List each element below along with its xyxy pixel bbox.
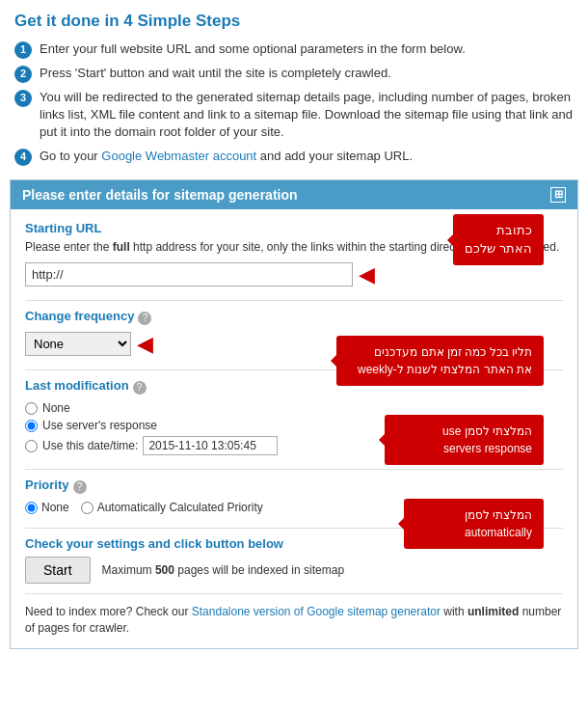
change-frequency-help-icon[interactable]: ? — [138, 312, 151, 325]
step-2: 2 Press 'Start' button and wait until th… — [14, 65, 574, 83]
priority-none-label: None — [41, 501, 69, 514]
form-body: Starting URL Please enter the full http … — [11, 209, 577, 648]
callout-auto: המלצתי לסמן automatically — [404, 499, 544, 549]
change-frequency-label-row: Change frequency ? — [25, 309, 563, 327]
priority-none-radio[interactable] — [25, 502, 38, 514]
google-webmaster-link[interactable]: Google Webmaster account — [101, 149, 256, 163]
last-mod-datetime-input[interactable] — [143, 436, 278, 455]
change-frequency-label: Change frequency — [25, 309, 134, 323]
step-3-text: You will be redirected to the generated … — [40, 89, 574, 142]
last-mod-server-radio[interactable] — [25, 420, 38, 432]
last-mod-help-icon[interactable]: ? — [133, 381, 147, 395]
starting-url-section: Starting URL Please enter the full http … — [25, 221, 563, 287]
priority-none-option: None — [25, 501, 69, 514]
step-2-text: Press 'Start' button and wait until the … — [40, 65, 391, 82]
form-container: Please enter details for sitemap generat… — [10, 179, 578, 649]
standalone-link[interactable]: Standalone version of Google sitemap gen… — [192, 605, 441, 618]
step-num-2: 2 — [14, 66, 32, 83]
priority-auto-label: Automatically Calculated Priority — [97, 501, 263, 514]
last-mod-none-label: None — [42, 401, 70, 415]
divider-1 — [25, 300, 563, 301]
priority-auto-option: Automatically Calculated Priority — [81, 501, 263, 514]
change-frequency-select-row: None Always Hourly Daily Weekly Monthly … — [25, 332, 563, 356]
last-mod-none-row: None — [25, 401, 563, 415]
step-1-text: Enter your full website URL and some opt… — [40, 41, 466, 58]
last-mod-server-label: Use server's response — [42, 419, 157, 432]
form-collapse-icon[interactable]: ⊞ — [550, 187, 566, 203]
start-button-row: Start Maximum 500 pages will be indexed … — [25, 557, 563, 584]
priority-label-row: Priority ? — [25, 477, 563, 496]
last-modification-label: Last modification — [25, 378, 129, 393]
step-num-1: 1 — [14, 41, 32, 59]
step-4: 4 Go to your Google Webmaster account an… — [14, 148, 574, 166]
last-mod-label-row: Last modification ? — [25, 378, 563, 396]
page-title: Get it done in 4 Simple Steps — [14, 12, 574, 31]
form-header-title: Please enter details for sitemap generat… — [22, 187, 298, 203]
last-mod-datetime-radio[interactable] — [25, 440, 38, 452]
step-3: 3 You will be redirected to the generate… — [14, 89, 574, 142]
priority-section: Priority ? None Automatically Calculated… — [25, 477, 563, 514]
last-mod-none-radio[interactable] — [25, 402, 38, 415]
divider-3 — [25, 469, 563, 470]
freq-arrow-icon: ◀ — [137, 334, 153, 355]
url-arrow-icon: ◀ — [359, 264, 375, 286]
step-1: 1 Enter your full website URL and some o… — [14, 41, 574, 59]
url-input[interactable] — [25, 262, 353, 286]
priority-label: Priority — [25, 477, 69, 492]
change-frequency-section: Change frequency ? None Always Hourly Da… — [25, 309, 563, 356]
last-mod-datetime-label: Use this date/time: — [42, 439, 138, 452]
last-modification-section: Last modification ? None Use server's re… — [25, 378, 563, 455]
callout-url: כתובת האתר שלכם — [453, 214, 544, 264]
intro-section: Get it done in 4 Simple Steps 1 Enter yo… — [0, 0, 588, 179]
priority-help-icon[interactable]: ? — [73, 480, 87, 494]
step-num-3: 3 — [14, 90, 32, 107]
step-4-text: Go to your Google Webmaster account and … — [40, 148, 413, 165]
max-pages-text: Maximum 500 pages will be indexed in sit… — [102, 563, 344, 577]
steps-list: 1 Enter your full website URL and some o… — [14, 41, 574, 166]
priority-auto-radio[interactable] — [81, 502, 94, 514]
change-frequency-select[interactable]: None Always Hourly Daily Weekly Monthly … — [25, 332, 131, 356]
callout-servers: המלצתי לסמן use servers response — [385, 415, 544, 465]
footer-text: Need to index more? Check our Standalone… — [25, 604, 563, 637]
divider-5 — [25, 593, 563, 594]
url-input-row: ◀ כתובת האתר שלכם — [25, 262, 563, 286]
step-num-4: 4 — [14, 149, 32, 166]
start-button[interactable]: Start — [25, 557, 91, 584]
form-header: Please enter details for sitemap generat… — [11, 180, 577, 209]
